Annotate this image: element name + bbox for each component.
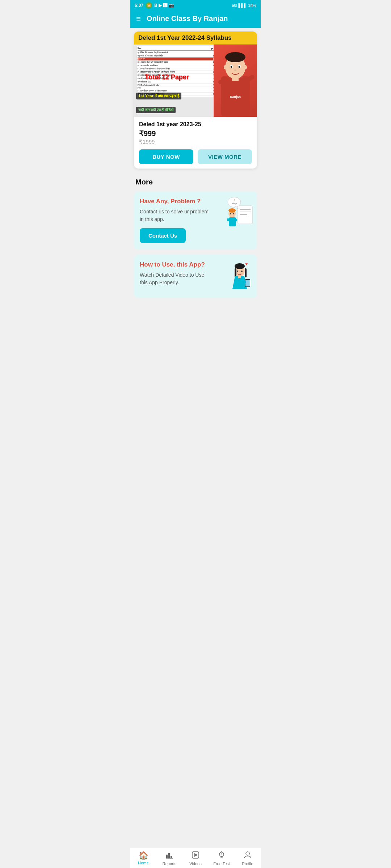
overlay-text-1: 1st Year में क्या क्या पढ़ना है [136,93,181,99]
main-content: Deled 1st Year 2022-24 Syllabus विषय पृष… [130,28,261,332]
instructor-image: Ranjan [214,44,257,117]
total-paper-label: Total 12 Paper [145,73,189,81]
course-original-price: ₹1999 [139,139,252,145]
svg-rect-38 [245,280,250,286]
svg-point-35 [241,271,243,272]
problem-highlight: Problem ? [171,198,201,205]
contact-us-button[interactable]: Contact Us [140,228,186,243]
app-title: Online Class By Ranjan [147,14,228,23]
syllabus-row: पाठ्यचर्या की रूपरेखा व दिशा निर्देश11-1… [138,54,218,58]
buy-now-button[interactable]: BUY NOW [139,149,193,164]
svg-text:Ranjan: Ranjan [230,95,241,99]
col1-header: विषय [138,47,141,50]
course-card: Deled 1st Year 2022-24 Syllabus विषय पृष… [134,31,257,169]
course-buttons: BUY NOW VIEW MORE [139,149,252,164]
course-banner: Deled 1st Year 2022-24 Syllabus [134,31,257,44]
problem-illustration: ! Help [227,195,254,233]
signal-bars: ▌▌▌ [239,3,247,8]
course-price: ₹999 [139,129,252,138]
svg-point-34 [237,271,238,272]
how-highlight: this App? [177,261,205,268]
syllabus-header: विषय पृष्ठ संख्या [138,47,218,51]
header: ≡ Online Class By Ranjan [130,11,261,28]
syllabus-row: F-2 बचपन और बाल विकास18-21 [138,64,218,67]
svg-point-24 [230,213,231,214]
syllabus-row: F-1 समाज, शिक्षा और पाठ्यचर्या की समझ14-… [138,61,218,64]
svg-point-5 [231,66,232,68]
status-right: 5G ▌▌▌ 34% [232,3,256,8]
syllabus-row: F-3 प्रारंभिक बाल्यावस्था देखभाल एवं शिक… [138,67,218,71]
more-section-title: More [134,174,257,191]
status-left: 6:07 📶 B ▶ 🅱 📷 [135,2,174,9]
status-bar: 6:07 📶 B ▶ 🅱 📷 5G ▌▌▌ 34% [130,0,261,11]
syllabus-row-highlight: प्रथम वर्ष13-05 [138,58,218,61]
svg-rect-12 [218,80,226,84]
instructor-svg: Ranjan [215,46,255,116]
svg-rect-33 [245,268,247,277]
svg-point-31 [235,263,245,269]
hamburger-menu[interactable]: ≡ [136,15,141,23]
svg-point-25 [233,213,234,214]
problem-card: Have Any, Problem ? Contact us to solve … [134,191,257,250]
course-image-area: विषय पृष्ठ संख्या प्रारंभिक विद्यालय के … [134,44,257,117]
problem-description: Contact us to solve ur problem in this a… [140,208,212,223]
problem-person-svg: ! Help [227,195,254,231]
svg-text:Help: Help [232,202,237,205]
status-icons: B ▶ 🅱 📷 [154,3,174,8]
svg-text:♥: ♥ [245,261,248,267]
svg-rect-14 [238,206,252,224]
svg-rect-36 [238,276,241,278]
svg-point-8 [224,65,227,69]
view-more-button[interactable]: VIEW MORE [198,149,252,164]
syllabus-table: विषय पृष्ठ संख्या प्रारंभिक विद्यालय के … [136,46,219,97]
wifi-icon: 📶 [146,2,152,9]
course-banner-title: Deled 1st Year 2022-24 Syllabus [138,34,232,41]
svg-rect-10 [232,77,239,81]
svg-rect-27 [227,218,230,221]
time: 6:07 [135,3,143,8]
svg-point-6 [239,66,240,68]
syllabus-row: F-945-48 [138,86,218,89]
syllabus-row: प्रारंभिक विद्यालय के लिए शिक्षा का संदर… [138,51,218,54]
syllabus-row: F-10 पर्यावरण अध्ययन का शिक्षणशास्त्र49-… [138,89,218,93]
how-to-use-card: How to Use, this App? Watch Detailed Vid… [134,255,257,298]
svg-text:!: ! [234,198,235,201]
how-illustration: ♥ [227,258,254,296]
svg-rect-32 [235,268,236,277]
svg-point-9 [244,65,247,69]
course-info: Deled 1st year 2023-25 ₹999 ₹1999 BUY NO… [134,117,257,169]
how-description: Watch Detailed Video to Use this App Pro… [140,271,212,286]
overlay-text-2: सारी जानकारी एक ही वीडियो [136,107,176,113]
course-title: Deled 1st year 2023-25 [139,121,252,128]
syllabus-row: F-8 Proficiency in English41-44 [138,84,218,86]
svg-point-23 [228,208,236,213]
svg-point-7 [234,69,236,71]
how-person-svg: ♥ [227,258,254,294]
battery-text: 34% [248,3,256,8]
svg-point-2 [225,52,245,62]
signal-text: 5G [232,3,237,8]
